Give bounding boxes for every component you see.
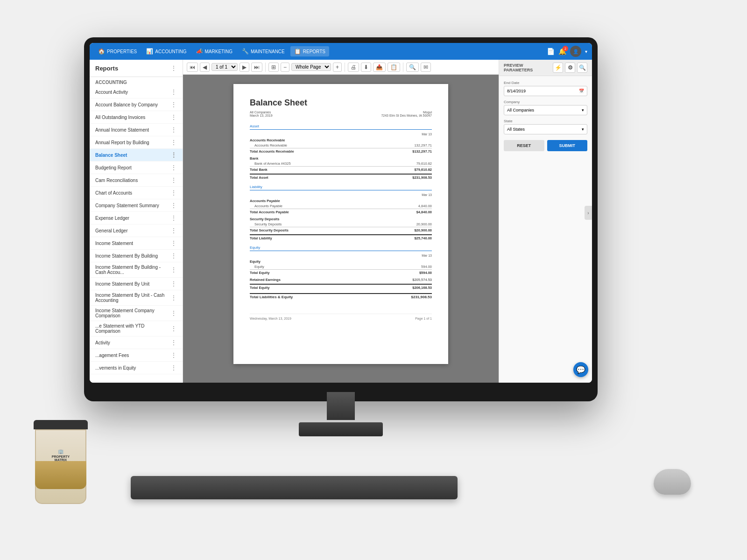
nav-accounting[interactable]: 📊 ACCOUNTING xyxy=(142,46,190,56)
bank-label: Bank xyxy=(250,156,432,161)
dots-icon[interactable]: ⋮ xyxy=(170,176,177,184)
sidebar-item-income-statement[interactable]: Income Statement ⋮ xyxy=(90,237,183,250)
doc-company-date: All Companies March 13, 2019 xyxy=(250,111,273,117)
sidebar-item-management-fees[interactable]: ...agement Fees ⋮ xyxy=(90,349,183,362)
state-select[interactable]: All States ▾ xyxy=(504,124,587,134)
ar-total: Total Accounts Receivable $132,297.71 xyxy=(250,148,432,154)
sidebar-item-company-statement[interactable]: Company Statement Summary ⋮ xyxy=(90,199,183,212)
page-first-button[interactable]: ⏮ xyxy=(187,63,198,72)
doc-footer: Wednesday, March 13, 2019 Page 1 of 1 xyxy=(250,314,432,320)
sidebar-menu-icon[interactable]: ⋮ xyxy=(170,64,177,72)
sidebar-item-general-ledger[interactable]: General Ledger ⋮ xyxy=(90,224,183,237)
sidebar-item-income-building-cash[interactable]: Income Statement By Building - Cash Acco… xyxy=(90,262,183,278)
page-next-button[interactable]: ▶ xyxy=(240,63,249,72)
print-button[interactable]: 🖨 xyxy=(348,63,359,72)
dots-icon[interactable]: ⋮ xyxy=(170,189,177,196)
zoom-select[interactable]: Whole Page 50% 75% 100% 150% xyxy=(291,63,331,71)
sidebar-item-income-company-comparison[interactable]: Income Statement Company Comparison ⋮ xyxy=(90,306,183,321)
company-select[interactable]: All Companies ▾ xyxy=(504,105,587,115)
user-avatar[interactable]: 👤 xyxy=(570,46,581,57)
sidebar-item-annual-building[interactable]: Annual Report by Building ⋮ xyxy=(90,136,183,149)
sidebar-item-income-unit[interactable]: Income Statement By Unit ⋮ xyxy=(90,278,183,290)
sidebar-item-account-activity[interactable]: Account Activity ⋮ xyxy=(90,86,183,98)
sidebar-item-movements-equity[interactable]: ...vements in Equity ⋮ xyxy=(90,362,183,374)
download-button[interactable]: ⬇ xyxy=(361,63,371,72)
sidebar-item-ytd[interactable]: ...e Statement with YTD Comparison ⋮ xyxy=(90,321,183,336)
doc-address: Mogul 7243 Elm St Des Moines, IA 50047 xyxy=(381,111,432,117)
sidebar-item-annual-income[interactable]: Annual Income Statement ⋮ xyxy=(90,124,183,136)
dots-icon[interactable]: ⋮ xyxy=(170,126,177,133)
asset-header: Asset xyxy=(250,124,432,130)
sidebar-item-outstanding-invoices[interactable]: All Outstanding Invoices ⋮ xyxy=(90,111,183,124)
sidebar-item-budgeting[interactable]: Budgeting Report ⋮ xyxy=(90,161,183,174)
reset-button[interactable]: RESET xyxy=(504,140,544,151)
dots-icon[interactable]: ⋮ xyxy=(170,139,177,146)
notification-icon-wrap[interactable]: 🔔 2 xyxy=(558,48,566,55)
page-prev-button[interactable]: ◀ xyxy=(200,63,210,72)
nav-marketing[interactable]: 📣 MARKETING xyxy=(192,46,236,56)
dots-icon[interactable]: ⋮ xyxy=(170,101,177,108)
sidebar-item-activity[interactable]: Activity ⋮ xyxy=(90,336,183,349)
doc-icon-wrap[interactable]: 📄 xyxy=(547,48,555,55)
sd-item: Security Deposits 20,900.00 xyxy=(250,222,432,227)
dots-icon[interactable]: ⋮ xyxy=(170,239,177,247)
avatar-chevron[interactable]: ▾ xyxy=(585,49,587,54)
filter-icon[interactable]: ⚡ xyxy=(553,63,563,73)
sidebar-item-income-building[interactable]: Income Statement By Building ⋮ xyxy=(90,250,183,262)
dots-icon[interactable]: ⋮ xyxy=(170,227,177,234)
right-panel-body: End Date 8/14/2019 📅 Company All Compani… xyxy=(499,76,592,383)
settings-icon[interactable]: ⚙ xyxy=(565,63,575,73)
dots-icon[interactable]: ⋮ xyxy=(170,113,177,121)
fit-icon-button[interactable]: ⊞ xyxy=(268,63,279,72)
dots-icon[interactable]: ⋮ xyxy=(170,88,177,96)
sidebar-item-balance-sheet[interactable]: Balance Sheet ⋮ xyxy=(90,149,183,161)
dots-icon[interactable]: ⋮ xyxy=(170,364,177,371)
dots-icon[interactable]: ⋮ xyxy=(170,351,177,359)
dots-icon[interactable]: ⋮ xyxy=(170,309,177,317)
dots-icon[interactable]: ⋮ xyxy=(170,151,177,159)
dots-icon[interactable]: ⋮ xyxy=(170,266,177,273)
sidebar-item-cam-reconciliations[interactable]: Cam Reconciliations ⋮ xyxy=(90,174,183,187)
sidebar-item-account-balance[interactable]: Account Balance by Company ⋮ xyxy=(90,98,183,111)
chevron-down-icon: ▾ xyxy=(582,108,584,112)
ap-label: Accounts Payable xyxy=(250,199,432,203)
eq-item: Equity 594.00 xyxy=(250,264,432,269)
dots-icon[interactable]: ⋮ xyxy=(170,252,177,259)
dots-icon[interactable]: ⋮ xyxy=(170,202,177,209)
export2-button[interactable]: 📋 xyxy=(388,63,400,72)
dots-icon[interactable]: ⋮ xyxy=(170,339,177,346)
nav-properties[interactable]: 🏠 PROPERTIES xyxy=(94,46,141,56)
state-row: State All States ▾ xyxy=(504,119,587,134)
zoom-in-button[interactable]: + xyxy=(333,63,342,72)
search-button[interactable]: 🔍 xyxy=(406,63,419,72)
dots-icon[interactable]: ⋮ xyxy=(170,164,177,171)
dots-icon[interactable]: ⋮ xyxy=(170,280,177,287)
ar-item: Accounts Receivable 132,297.71 xyxy=(250,143,432,148)
stand-base xyxy=(299,422,383,436)
sidebar-item-expense-ledger[interactable]: Expense Ledger ⋮ xyxy=(90,212,183,224)
dots-icon[interactable]: ⋮ xyxy=(170,214,177,222)
right-panel: PREVIEW PARAMETERS ⚡ ⚙ 🔍 End Date xyxy=(499,60,592,383)
dots-icon[interactable]: ⋮ xyxy=(170,294,177,301)
chat-fab-button[interactable]: 💬 xyxy=(573,362,588,377)
ap-total: Total Accounts Payable $4,840.00 xyxy=(250,209,432,215)
sidebar-item-chart-accounts[interactable]: Chart of Accounts ⋮ xyxy=(90,187,183,199)
dots-icon[interactable]: ⋮ xyxy=(170,325,177,332)
sidebar-item-income-unit-cash[interactable]: Income Statement By Unit - Cash Accounti… xyxy=(90,290,183,306)
sidebar-title: Reports xyxy=(95,65,118,72)
nav-reports[interactable]: 📋 REPORTS xyxy=(290,46,329,56)
cup-sleeve xyxy=(35,461,86,489)
submit-button[interactable]: SUBMIT xyxy=(547,140,588,151)
zoom-out-button[interactable]: − xyxy=(281,63,289,72)
right-toggle-button[interactable]: › xyxy=(585,206,592,220)
export-button[interactable]: 📤 xyxy=(373,63,386,72)
end-date-input[interactable]: 8/14/2019 📅 xyxy=(504,86,587,96)
page-last-button[interactable]: ⏭ xyxy=(251,63,262,72)
nav-maintenance[interactable]: 🔧 MAINTENANCE xyxy=(238,46,289,56)
doc-title: Balance Sheet xyxy=(250,98,432,108)
sidebar: Reports ⋮ Accounting Account Activity ⋮ … xyxy=(90,60,183,383)
search-params-icon[interactable]: 🔍 xyxy=(577,63,587,73)
ar-label: Accounts Receivable xyxy=(250,138,432,142)
page-select[interactable]: 1 of 1 xyxy=(211,63,238,71)
email-button[interactable]: ✉ xyxy=(421,63,431,72)
